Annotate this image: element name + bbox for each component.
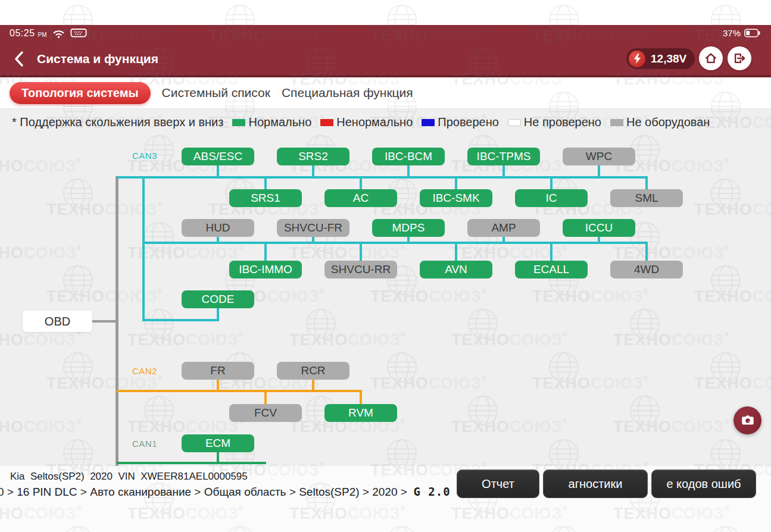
bus-line <box>502 237 505 242</box>
legend-note: * Поддержка скольжения вверх и вниз <box>12 115 223 129</box>
bus-line <box>455 244 457 261</box>
bus-line <box>117 390 362 392</box>
bus-line <box>312 165 314 176</box>
tab-system-topology[interactable]: Топология системы <box>10 82 151 104</box>
bus-line <box>142 242 648 244</box>
bus-line <box>407 165 410 176</box>
topology-node-srs2[interactable]: SRS2 <box>277 148 349 165</box>
topology-node-iccu[interactable]: ICCU <box>563 219 635 237</box>
legend-swatch <box>422 119 435 126</box>
topology-node-sml[interactable]: SML <box>610 189 683 207</box>
exit-icon <box>733 52 746 65</box>
legend: * Поддержка скольжения вверх и вниз Норм… <box>12 115 710 129</box>
wifi-icon <box>52 29 65 39</box>
lightning-icon <box>629 51 645 67</box>
legend-item: Проверено <box>422 115 499 129</box>
topology-node-ibc-tpms[interactable]: IBC-TPMS <box>467 148 540 165</box>
status-left: 05:25PM <box>10 28 87 39</box>
report-button[interactable]: Отчет <box>457 470 539 498</box>
bus-line <box>502 165 505 176</box>
topology-node-fcv[interactable]: FCV <box>229 404 302 422</box>
system-topology-diagram: * Поддержка скольжения вверх и вниз Норм… <box>0 109 771 466</box>
bus-line <box>116 176 118 466</box>
legend-item: Не проверено <box>508 115 601 129</box>
battery-percent: 37% <box>723 28 741 38</box>
vehicle-info-bar: Kia Seltos(SP2) 2020 VIN XWEER81AEL00005… <box>0 466 771 532</box>
legend-swatch <box>508 119 521 126</box>
topology-node-amp[interactable]: AMP <box>467 219 540 237</box>
battery-icon <box>744 29 760 37</box>
exit-button[interactable] <box>728 46 751 70</box>
bus-line <box>360 392 362 404</box>
topology-node-srs1[interactable]: SRS1 <box>229 189 302 207</box>
legend-item: Не оборудован <box>610 115 710 129</box>
bus-line <box>550 179 553 189</box>
home-icon <box>704 52 717 65</box>
topology-node-ac[interactable]: AC <box>324 189 397 207</box>
bus-line <box>360 244 362 261</box>
bus-line <box>91 320 116 323</box>
legend-label: Не оборудован <box>626 115 710 129</box>
breadcrumb: 0 > 16 PIN DLC > Авто сканирование > Общ… <box>0 485 480 499</box>
tab-bar: Топология системы Системный список Специ… <box>10 77 413 108</box>
topology-node-wpc[interactable]: WPC <box>563 148 635 165</box>
bus-label-can3: CAN3 <box>132 151 157 161</box>
topology-node-ecm[interactable]: ECM <box>182 434 254 452</box>
topology-node-hud[interactable]: HUD <box>182 219 254 237</box>
bus-line <box>455 179 457 189</box>
page-title: Система и функция <box>37 52 158 66</box>
legend-item: Нормально <box>232 115 311 129</box>
bus-line <box>142 319 219 321</box>
bus-line <box>217 452 219 462</box>
topology-node-ibc-bcm[interactable]: IBC-BCM <box>372 148 445 165</box>
bus-line <box>598 165 600 176</box>
topology-node-rvm[interactable]: RVM <box>324 404 397 422</box>
obd-connector-icon <box>70 28 87 39</box>
bus-line <box>360 179 362 189</box>
topology-node-shvcu-fr[interactable]: SHVCU-FR <box>277 219 349 237</box>
bus-line <box>550 244 553 261</box>
bus-line <box>217 237 219 242</box>
bus-line <box>312 380 314 390</box>
bus-line <box>264 392 267 404</box>
legend-swatch <box>610 119 623 126</box>
bus-line <box>598 237 600 242</box>
back-button[interactable] <box>12 50 30 69</box>
topology-node-rcr[interactable]: RCR <box>277 362 349 380</box>
bus-label-can2: CAN2 <box>132 366 157 376</box>
home-button[interactable] <box>699 46 723 70</box>
topology-node-obd[interactable]: OBD <box>23 311 92 332</box>
topology-node-ibc-smk[interactable]: IBC-SMK <box>420 189 492 207</box>
diagnostics-button[interactable]: агностики <box>543 470 648 498</box>
bus-line <box>264 179 267 189</box>
battery-voltage-badge[interactable]: 12,38V <box>626 48 695 69</box>
topology-node-avn[interactable]: AVN <box>420 261 492 278</box>
legend-label: Ненормально <box>336 115 413 129</box>
topology-node-4wd[interactable]: 4WD <box>610 261 683 278</box>
bus-line <box>312 237 314 242</box>
topology-node-ibc-immo[interactable]: IBC-IMMO <box>229 261 302 278</box>
bus-line <box>217 380 219 390</box>
camera-icon <box>741 414 755 427</box>
bus-line <box>645 244 648 261</box>
read-fault-codes-button[interactable]: е кодов ошиб <box>651 470 756 498</box>
topology-node-mdps[interactable]: MDPS <box>372 219 445 237</box>
legend-label: Не проверено <box>524 115 601 129</box>
bus-line <box>142 179 145 321</box>
bus-line <box>645 179 648 189</box>
topology-node-shvcu-rr[interactable]: SHVCU-RR <box>324 261 397 278</box>
status-right: 37% <box>723 28 760 38</box>
topology-node-ic[interactable]: IC <box>515 189 588 207</box>
topology-node-fr[interactable]: FR <box>182 362 254 380</box>
tab-system-list[interactable]: Системный список <box>162 86 270 100</box>
topology-node-code[interactable]: CODE <box>182 290 254 308</box>
topology-node-ecall[interactable]: ECALL <box>515 261 588 278</box>
tab-special-function[interactable]: Специальная функция <box>282 86 413 100</box>
screenshot-button[interactable] <box>733 406 761 434</box>
bus-line <box>264 244 267 261</box>
legend-label: Нормально <box>248 115 311 129</box>
clock: 05:25 <box>10 28 35 39</box>
topology-node-abs-esc[interactable]: ABS/ESC <box>182 148 254 165</box>
vehicle-summary: Kia Seltos(SP2) 2020 VIN XWEER81AEL00005… <box>10 471 248 483</box>
bus-line <box>217 165 219 176</box>
